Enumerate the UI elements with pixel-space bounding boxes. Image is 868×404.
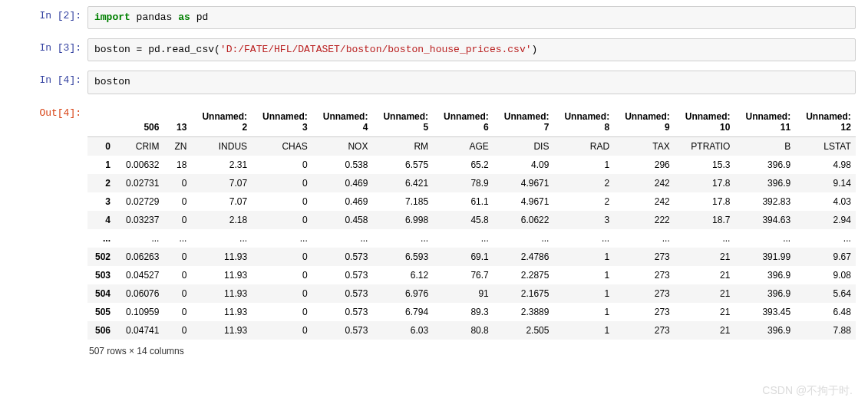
table-cell: 3 bbox=[556, 211, 617, 229]
table-cell: 1 bbox=[556, 303, 617, 321]
table-cell: 6.48 bbox=[798, 303, 856, 321]
table-row: 0CRIMZNINDUSCHASNOXRMAGEDISRADTAXPTRATIO… bbox=[87, 136, 856, 156]
table-cell: CRIM bbox=[118, 136, 167, 156]
table-cell: 6.575 bbox=[375, 156, 436, 174]
code-input-4[interactable]: boston bbox=[87, 71, 856, 94]
row-index: 504 bbox=[87, 284, 118, 303]
table-cell: 4.9671 bbox=[497, 192, 557, 211]
table-cell: 76.7 bbox=[436, 266, 497, 284]
table-cell: 392.83 bbox=[738, 192, 798, 211]
table-cell: 396.9 bbox=[738, 321, 798, 340]
table-cell: 5.64 bbox=[798, 284, 856, 303]
table-cell: CHAS bbox=[255, 136, 315, 156]
code-text: ) bbox=[532, 44, 538, 55]
code-input-2[interactable]: import pandas as pd bbox=[87, 6, 856, 29]
table-cell: 242 bbox=[617, 174, 678, 192]
table-cell: ... bbox=[617, 229, 678, 248]
table-cell: 1 bbox=[556, 248, 617, 266]
table-cell: RM bbox=[375, 136, 436, 156]
table-cell: 396.9 bbox=[738, 284, 798, 303]
table-cell: TAX bbox=[617, 136, 678, 156]
table-cell: 11.93 bbox=[194, 321, 255, 340]
table-cell: 0 bbox=[167, 266, 194, 284]
table-cell: 6.976 bbox=[375, 284, 436, 303]
table-cell: 0.573 bbox=[315, 303, 376, 321]
table-cell: ... bbox=[194, 229, 255, 248]
table-cell: 0 bbox=[255, 174, 315, 192]
table-cell: B bbox=[738, 136, 798, 156]
dataframe-table: 50613Unnamed:2Unnamed:3Unnamed:4Unnamed:… bbox=[87, 107, 856, 340]
table-cell: 4.03 bbox=[798, 192, 856, 211]
table-row: 30.0272907.0700.4697.18561.14.9671224217… bbox=[87, 192, 856, 211]
code-cell-4: In [4]: boston bbox=[12, 71, 856, 94]
table-cell: 91 bbox=[436, 284, 497, 303]
table-cell: 296 bbox=[617, 156, 678, 174]
table-cell: 0.573 bbox=[315, 321, 376, 340]
table-cell: 7.07 bbox=[194, 174, 255, 192]
input-prompt-4: In [4]: bbox=[12, 71, 87, 86]
input-prompt-3: In [3]: bbox=[12, 38, 87, 54]
table-cell: 0.02729 bbox=[118, 192, 167, 211]
table-cell: RAD bbox=[556, 136, 617, 156]
table-cell: 1 bbox=[556, 156, 617, 174]
table-cell: 273 bbox=[617, 284, 678, 303]
keyword: as bbox=[178, 11, 190, 23]
row-index: 3 bbox=[87, 192, 118, 211]
code-input-3[interactable]: boston = pd.read_csv('D:/FATE/HFL/DATASE… bbox=[87, 38, 856, 61]
column-header: Unnamed:10 bbox=[678, 107, 738, 137]
table-cell: 45.8 bbox=[436, 211, 497, 229]
table-cell: 2.31 bbox=[194, 156, 255, 174]
row-index: 503 bbox=[87, 266, 118, 284]
table-cell: 0 bbox=[255, 321, 315, 340]
table-cell: 242 bbox=[617, 192, 678, 211]
table-cell: 2 bbox=[556, 192, 617, 211]
table-cell: 2.2875 bbox=[497, 266, 557, 284]
table-cell: 6.593 bbox=[375, 248, 436, 266]
table-cell: 11.93 bbox=[194, 266, 255, 284]
table-cell: 393.45 bbox=[738, 303, 798, 321]
string-literal: 'D:/FATE/HFL/DATASET/boston/boston_house… bbox=[220, 44, 532, 55]
table-cell: 9.67 bbox=[798, 248, 856, 266]
table-cell: 0 bbox=[167, 192, 194, 211]
table-cell: 2.3889 bbox=[497, 303, 557, 321]
table-cell: 0.538 bbox=[315, 156, 376, 174]
table-cell: DIS bbox=[497, 136, 557, 156]
table-cell: 1 bbox=[556, 321, 617, 340]
table-cell: 80.8 bbox=[436, 321, 497, 340]
table-cell: ... bbox=[255, 229, 315, 248]
table-cell: 0.00632 bbox=[118, 156, 167, 174]
table-cell: 21 bbox=[678, 284, 738, 303]
table-cell: PTRATIO bbox=[678, 136, 738, 156]
table-cell: 6.03 bbox=[375, 321, 436, 340]
table-cell: 396.9 bbox=[738, 156, 798, 174]
table-header: 50613Unnamed:2Unnamed:3Unnamed:4Unnamed:… bbox=[87, 107, 856, 137]
table-cell: NOX bbox=[315, 136, 376, 156]
table-cell: 0.458 bbox=[315, 211, 376, 229]
table-cell: 9.14 bbox=[798, 174, 856, 192]
table-cell: 0.04741 bbox=[118, 321, 167, 340]
table-cell: 2.505 bbox=[497, 321, 557, 340]
table-cell: 6.998 bbox=[375, 211, 436, 229]
table-cell: 0 bbox=[167, 321, 194, 340]
code-cell-3: In [3]: boston = pd.read_csv('D:/FATE/HF… bbox=[12, 38, 856, 61]
table-cell: 0 bbox=[167, 248, 194, 266]
table-cell: ... bbox=[738, 229, 798, 248]
table-cell: 0.469 bbox=[315, 192, 376, 211]
table-cell: 0 bbox=[255, 211, 315, 229]
table-cell: 273 bbox=[617, 303, 678, 321]
table-cell: 17.8 bbox=[678, 174, 738, 192]
table-cell: 1 bbox=[556, 266, 617, 284]
table-cell: 65.2 bbox=[436, 156, 497, 174]
table-cell: 9.08 bbox=[798, 266, 856, 284]
output-cell-4: Out[4]: 50613Unnamed:2Unnamed:3Unnamed:4… bbox=[12, 103, 856, 366]
table-row: 5040.06076011.9300.5736.976912.167512732… bbox=[87, 284, 856, 303]
keyword: import bbox=[94, 11, 130, 23]
row-index: ... bbox=[87, 229, 118, 248]
code-text: pandas bbox=[130, 11, 178, 23]
table-cell: 21 bbox=[678, 266, 738, 284]
table-cell: 15.3 bbox=[678, 156, 738, 174]
table-cell: 78.9 bbox=[436, 174, 497, 192]
table-cell: 18.7 bbox=[678, 211, 738, 229]
table-cell: ... bbox=[315, 229, 376, 248]
table-cell: 21 bbox=[678, 248, 738, 266]
